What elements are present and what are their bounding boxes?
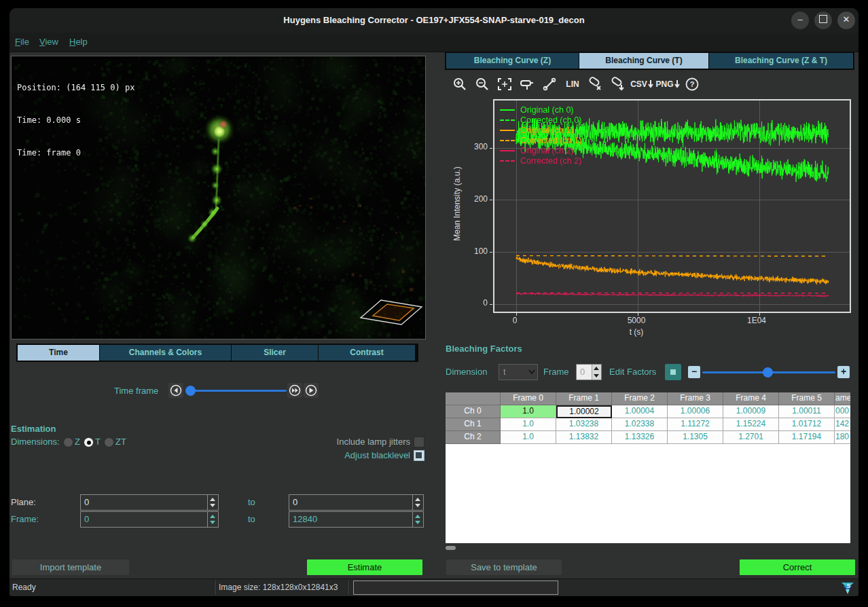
y-tick-mark: [490, 148, 492, 149]
factor-slider-handle[interactable]: [763, 367, 773, 378]
estimate-button[interactable]: Estimate: [307, 559, 422, 575]
frame-to-spin-arrows[interactable]: [412, 512, 423, 527]
tab-slicer[interactable]: Slicer: [232, 345, 319, 361]
dimension-dropdown[interactable]: t: [499, 364, 538, 380]
tab-channels-colors[interactable]: Channels & Colors: [100, 345, 232, 361]
step-back-icon: [168, 383, 183, 398]
edit-factors-toggle-icon: [670, 369, 676, 375]
radio-dimension-t[interactable]: [84, 437, 94, 447]
frame-to-label: to: [248, 514, 255, 524]
image-viewer[interactable]: Position: (164 115 0) px Time: 0.000 s T…: [11, 56, 426, 339]
time-frame-fast-forward-button[interactable]: [287, 383, 302, 398]
include-lamp-jitters-checkbox[interactable]: [414, 437, 424, 447]
legend-item: Corrected (ch 0): [500, 115, 581, 125]
pan-tool-icon[interactable]: [517, 75, 537, 94]
window-title: Huygens Bleaching Corrector - OE197+JFX5…: [10, 8, 858, 33]
y-tick-200: 200: [462, 194, 488, 204]
col-header: Frame 1: [556, 392, 612, 405]
radio-dimension-zt[interactable]: [104, 437, 114, 447]
chevron-down-icon: [528, 369, 535, 375]
col-header: Frame 0: [501, 392, 556, 405]
y-tick-100: 100: [462, 246, 488, 256]
time-frame-step-back-button[interactable]: [168, 383, 183, 398]
factor-cell-selected[interactable]: 1.00002: [556, 405, 612, 418]
linear-scale-icon[interactable]: LIN: [562, 75, 583, 94]
frame-from-spin-arrows[interactable]: [207, 512, 218, 527]
tag-delete-icon[interactable]: [585, 75, 606, 94]
radio-dimension-z[interactable]: [63, 437, 73, 447]
chart-x-axis-label: t (s): [602, 327, 670, 337]
factor-cell-clipped[interactable]: 000: [835, 405, 850, 418]
legend-item: Corrected (ch 2): [500, 155, 581, 166]
tab-bleaching-curve-t[interactable]: Bleaching Curve (T): [579, 53, 709, 69]
factors-frame-spinbox[interactable]: 0: [576, 364, 602, 380]
factor-cell[interactable]: 1.00004: [612, 405, 668, 418]
line-tool-icon[interactable]: [539, 75, 560, 94]
table-hscrollbar-handle[interactable]: [446, 546, 456, 550]
zoom-in-icon[interactable]: [450, 75, 470, 94]
tab-bleaching-curve-zt[interactable]: Bleaching Curve (Z & T): [709, 53, 853, 69]
minimize-button[interactable]: –: [791, 12, 809, 29]
factor-cell[interactable]: 1.15224: [723, 418, 779, 431]
plane-to-label: to: [248, 497, 255, 507]
zoom-out-icon[interactable]: [472, 75, 492, 94]
factor-cell[interactable]: 1.1305: [668, 431, 723, 444]
factor-slider-minus-button[interactable]: −: [688, 366, 700, 378]
factor-cell[interactable]: 1.01712: [779, 418, 835, 431]
time-frame-label: Time frame: [114, 386, 158, 396]
save-to-template-button[interactable]: Save to template: [446, 559, 562, 575]
time-frame-slider-track[interactable]: [187, 390, 287, 392]
factor-cell[interactable]: 1.0: [501, 418, 556, 431]
factor-cell[interactable]: 1.11272: [668, 418, 723, 431]
tab-bleaching-curve-z[interactable]: Bleaching Curve (Z): [446, 53, 579, 69]
factor-slider-plus-button[interactable]: +: [837, 366, 850, 378]
tab-time[interactable]: Time: [18, 345, 100, 361]
factor-cell-clipped[interactable]: 180: [835, 431, 850, 444]
edit-factors-toggle[interactable]: [665, 364, 681, 380]
menu-file[interactable]: File: [15, 33, 29, 52]
menu-help[interactable]: Help: [69, 33, 88, 52]
import-template-button[interactable]: Import template: [12, 559, 129, 575]
radio-t-label: T: [95, 437, 101, 447]
factors-frame-spin-arrows[interactable]: [592, 365, 601, 380]
factor-cell[interactable]: 1.02338: [612, 418, 668, 431]
table-hscrollbar[interactable]: [446, 545, 850, 551]
factor-cell[interactable]: 1.00011: [779, 405, 835, 418]
time-frame-play-button[interactable]: [304, 383, 319, 398]
export-png-icon[interactable]: PNG: [655, 75, 680, 94]
plane-from-spin-arrows[interactable]: [207, 495, 218, 510]
plane-to-spin-arrows[interactable]: [412, 495, 423, 510]
factor-cell[interactable]: 1.17194: [779, 431, 835, 444]
factor-cell[interactable]: 1.00006: [668, 405, 723, 418]
factors-frame-label: Frame: [543, 367, 569, 377]
bleaching-factors-heading: Bleaching Factors: [446, 344, 522, 354]
correct-button[interactable]: Correct: [740, 559, 855, 575]
help-icon[interactable]: ?: [682, 75, 702, 94]
menu-view[interactable]: View: [39, 33, 58, 52]
zoom-reset-icon[interactable]: [494, 75, 515, 94]
maximize-button[interactable]: [814, 12, 832, 29]
overlay-time-frame: Time: frame 0: [17, 147, 134, 158]
factor-cell[interactable]: 1.2701: [723, 431, 779, 444]
factor-cell[interactable]: 1.0: [501, 431, 556, 444]
time-frame-slider-handle[interactable]: [185, 386, 196, 396]
legend-item: Original (ch 1): [500, 125, 581, 135]
play-icon: [304, 383, 319, 398]
plane-from-spinbox[interactable]: 0: [80, 494, 219, 511]
factor-cell[interactable]: 1.0: [501, 405, 556, 418]
plane-to-spinbox[interactable]: 0: [289, 494, 424, 511]
factor-cell[interactable]: 1.13832: [556, 431, 612, 444]
tag-export-icon[interactable]: [608, 75, 628, 94]
close-button[interactable]: ✕: [837, 12, 855, 29]
factor-cell[interactable]: 1.00009: [723, 405, 779, 418]
factor-cell-clipped[interactable]: 142: [835, 418, 850, 431]
chart-plot-area[interactable]: Original (ch 0) Corrected (ch 0) Origina…: [493, 99, 851, 313]
adjust-blacklevel-label: Adjust blacklevel: [268, 450, 410, 460]
tab-contrast[interactable]: Contrast: [319, 345, 415, 361]
frame-from-spinbox[interactable]: 0: [80, 511, 219, 528]
factor-cell[interactable]: 1.03238: [556, 418, 612, 431]
frame-to-spinbox[interactable]: 12840: [289, 511, 424, 528]
adjust-blacklevel-checkbox[interactable]: [414, 450, 424, 461]
export-csv-icon[interactable]: CSV: [630, 75, 653, 94]
factor-cell[interactable]: 1.13326: [612, 431, 668, 444]
